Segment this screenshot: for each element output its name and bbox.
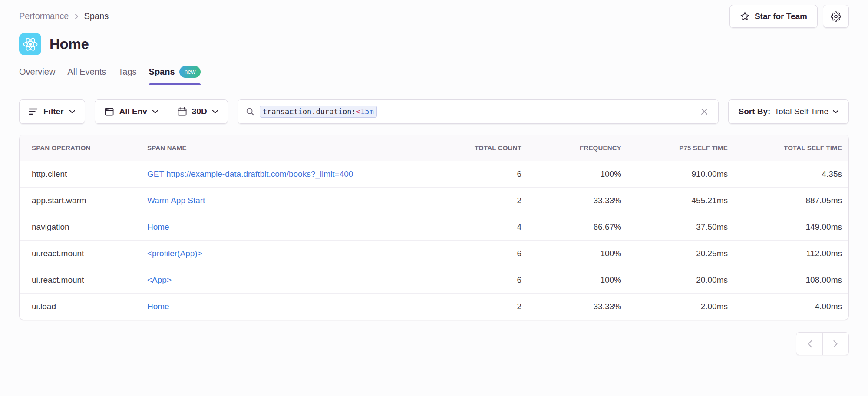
filter-toolbar: Filter All Env 30D: [19, 99, 849, 124]
tab-tags[interactable]: Tags: [118, 66, 136, 85]
span-name-link[interactable]: Warm App Start: [147, 196, 205, 205]
token-value: 15m: [360, 107, 374, 116]
tab-bar: Overview All Events Tags Spans new: [19, 66, 849, 85]
column-header-span-name: Span Name: [137, 135, 441, 161]
frequency-value: 66.67%: [529, 214, 629, 240]
date-range-value: 30D: [192, 107, 207, 116]
total-count-value: 4: [441, 214, 529, 240]
total-count-value: 2: [441, 293, 529, 320]
frequency-value: 100%: [529, 240, 629, 267]
column-header-p75-self-time: P75 Self Time: [629, 135, 735, 161]
header-actions: Star for Team: [729, 5, 849, 28]
table-header-row: Span Operation Span Name Total Count Fre…: [20, 135, 849, 161]
span-operation: http.client: [20, 161, 137, 187]
frequency-value: 33.33%: [529, 293, 629, 320]
frequency-value: 33.33%: [529, 187, 629, 214]
star-icon: [740, 11, 750, 21]
spans-table: Span Operation Span Name Total Count Fre…: [20, 135, 849, 320]
column-header-frequency: Frequency: [529, 135, 629, 161]
chevron-left-icon: [807, 340, 812, 348]
tab-overview[interactable]: Overview: [19, 66, 55, 85]
environment-selector[interactable]: All Env: [95, 100, 167, 123]
star-for-team-button[interactable]: Star for Team: [729, 5, 818, 28]
search-icon: [245, 107, 255, 116]
tab-all-events[interactable]: All Events: [67, 66, 106, 85]
token-key: transaction.duration:: [263, 107, 356, 116]
filter-lines-icon: [29, 108, 38, 115]
table-row: app.start.warm Warm App Start 2 33.33% 4…: [20, 187, 849, 214]
total-self-time-value: 4.00ms: [735, 293, 849, 320]
column-header-total-self-time: Total Self Time: [735, 135, 849, 161]
span-operation: ui.load: [20, 293, 137, 320]
total-count-value: 6: [441, 161, 529, 187]
column-header-span-operation: Span Operation: [20, 135, 137, 161]
pagination: [19, 332, 849, 355]
table-row: navigation Home 4 66.67% 37.50ms 149.00m…: [20, 214, 849, 240]
previous-page-button[interactable]: [796, 333, 822, 355]
p75-self-time-value: 2.00ms: [629, 293, 735, 320]
pager-buttons: [796, 332, 849, 355]
token-operator: <: [356, 107, 360, 116]
calendar-icon: [177, 107, 187, 117]
top-bar: Performance Spans Star for Team: [19, 0, 849, 23]
search-filter-token[interactable]: transaction.duration:<15m: [260, 106, 377, 118]
total-count-value: 2: [441, 187, 529, 214]
filter-dropdown-button[interactable]: Filter: [19, 99, 85, 124]
span-name-link[interactable]: Home: [147, 222, 169, 231]
span-name-link[interactable]: <profiler(App)>: [147, 249, 202, 258]
table-row: ui.react.mount <profiler(App)> 6 100% 20…: [20, 240, 849, 267]
next-page-button[interactable]: [822, 333, 848, 355]
chevron-down-icon: [152, 110, 158, 114]
new-badge: new: [179, 66, 201, 78]
total-self-time-value: 4.35s: [735, 161, 849, 187]
breadcrumb-performance[interactable]: Performance: [19, 11, 69, 21]
tab-all-events-label: All Events: [67, 67, 106, 77]
column-header-total-count: Total Count: [441, 135, 529, 161]
p75-self-time-value: 910.00ms: [629, 161, 735, 187]
span-name-link[interactable]: Home: [147, 302, 169, 311]
page-filters-group: All Env 30D: [95, 99, 228, 124]
p75-self-time-value: 20.00ms: [629, 267, 735, 293]
clear-search-button[interactable]: [698, 105, 711, 118]
react-logo-icon: [19, 33, 41, 55]
total-self-time-value: 887.05ms: [735, 187, 849, 214]
date-range-selector[interactable]: 30D: [168, 100, 228, 123]
chevron-down-icon: [832, 110, 839, 114]
spans-table-card: Span Operation Span Name Total Count Fre…: [19, 135, 849, 320]
span-operation: app.start.warm: [20, 187, 137, 214]
page-header: Home: [19, 33, 849, 55]
chevron-down-icon: [212, 110, 218, 114]
total-self-time-value: 112.00ms: [735, 240, 849, 267]
span-operation: ui.react.mount: [20, 267, 137, 293]
tab-spans[interactable]: Spans new: [149, 66, 201, 85]
sort-by-value: Total Self Time: [774, 107, 828, 116]
chevron-right-icon: [833, 340, 838, 348]
sort-by-dropdown[interactable]: Sort By: Total Self Time: [728, 99, 849, 124]
table-row: ui.load Home 2 33.33% 2.00ms 4.00ms: [20, 293, 849, 320]
chevron-right-icon: [74, 13, 79, 20]
total-self-time-value: 108.00ms: [735, 267, 849, 293]
breadcrumb: Performance Spans: [19, 11, 109, 21]
tab-spans-label: Spans: [149, 67, 175, 77]
star-button-label: Star for Team: [755, 12, 807, 21]
search-input[interactable]: transaction.duration:<15m: [238, 99, 719, 124]
span-operation: navigation: [20, 214, 137, 240]
breadcrumb-spans: Spans: [84, 11, 109, 21]
span-name-link[interactable]: GET https://example-data.draftbit.com/bo…: [147, 169, 353, 178]
page-title: Home: [50, 36, 89, 53]
gear-icon: [831, 11, 841, 22]
p75-self-time-value: 20.25ms: [629, 240, 735, 267]
frequency-value: 100%: [529, 267, 629, 293]
filter-button-label: Filter: [43, 107, 63, 116]
frequency-value: 100%: [529, 161, 629, 187]
total-count-value: 6: [441, 267, 529, 293]
span-name-link[interactable]: <App>: [147, 275, 172, 284]
table-row: ui.react.mount <App> 6 100% 20.00ms 108.…: [20, 267, 849, 293]
span-operation: ui.react.mount: [20, 240, 137, 267]
environment-value: All Env: [119, 107, 147, 116]
settings-button[interactable]: [823, 5, 849, 28]
tab-overview-label: Overview: [19, 67, 55, 77]
tab-tags-label: Tags: [118, 67, 136, 77]
performance-spans-page: Performance Spans Star for Team: [0, 0, 868, 355]
p75-self-time-value: 455.21ms: [629, 187, 735, 214]
